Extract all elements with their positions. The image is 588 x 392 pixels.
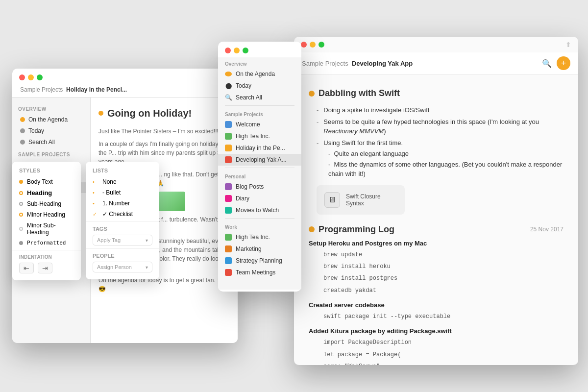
preformatted-dot [19, 241, 23, 245]
note-title-dot-1 [98, 111, 103, 116]
list-bullet-dot: • [93, 190, 98, 196]
section1-title: Dabbling with Swift [309, 88, 564, 98]
indentation-section: Indentation ⇤ ⇥ [12, 250, 81, 275]
nav-today-icon: ⬤ [225, 82, 232, 89]
list-bullet[interactable]: • - Bullet [86, 187, 159, 198]
code-1-2: brew install heroku [309, 261, 564, 272]
window-yak-app: ⬆ Sample Projects Developing Yak App 🔍 +… [294, 37, 578, 365]
search-icon-1 [20, 140, 25, 145]
nav-blog-icon [225, 183, 232, 190]
sidebar-on-agenda-1[interactable]: On the Agenda [14, 114, 88, 125]
maximize-button-1[interactable] [37, 74, 43, 80]
list-none-dot: • [93, 179, 98, 185]
nav-diary[interactable]: Diary [218, 193, 301, 204]
nav-team-meetings[interactable]: Team Meetings [218, 267, 301, 278]
style-preformatted[interactable]: Preformatted [12, 238, 81, 248]
style-heading[interactable]: Heading [12, 187, 81, 198]
nav-holiday[interactable]: Holiday in the Pe... [218, 142, 301, 154]
search-button[interactable]: 🔍 [542, 59, 552, 68]
nav-movies[interactable]: Movies to Watch [218, 204, 301, 216]
nav-search-icon: 🔍 [225, 94, 232, 101]
nav-developing[interactable]: Developing Yak A... [218, 154, 301, 166]
style-body-text[interactable]: Body Text [12, 176, 81, 187]
nav-high-tea[interactable]: High Tea Inc. [218, 130, 301, 142]
code-1-3: brew install postgres [309, 272, 564, 284]
nav-high-tea-work-icon [225, 234, 232, 241]
nav-high-tea-work[interactable]: High Tea Inc. [218, 231, 301, 243]
nav-strategy[interactable]: Strategy Planning [218, 255, 301, 267]
today-icon-1 [20, 128, 25, 133]
assign-person-dropdown[interactable]: Assign Person ▾ [93, 262, 152, 272]
apply-tag-dropdown[interactable]: Apply Tag ▾ [93, 235, 152, 245]
style-sub-heading[interactable]: Sub-Heading [12, 198, 81, 209]
export-icon[interactable]: ⬆ [565, 41, 571, 49]
window-3-content: Dabbling with Swift - Doing a spike to i… [294, 74, 578, 365]
maximize-button-3[interactable] [318, 42, 324, 48]
minimize-button-2[interactable] [234, 48, 240, 53]
nav-diary-icon [225, 195, 232, 202]
close-button-3[interactable] [301, 42, 307, 48]
nav-welcome[interactable]: Welcome [218, 119, 301, 130]
nav-marketing-icon [225, 245, 232, 252]
nav-personal-label: Personal [218, 170, 301, 181]
note-title-1: Going on Holiday! [98, 105, 230, 121]
style-minor-sub-heading[interactable]: Minor Sub-Heading [12, 220, 81, 238]
indent-out-button[interactable]: ⇥ [38, 263, 52, 273]
dash-1: - [317, 105, 318, 115]
styles-popup: Styles Body Text Heading Sub-Heading Min… [12, 162, 81, 280]
nav-holiday-icon [225, 145, 232, 151]
sub-item-1: - Quite an elegant language [309, 148, 564, 159]
nav-projects-label: Sample Projects [218, 108, 301, 119]
dash-3: - [317, 138, 318, 148]
nav-today[interactable]: ⬤ Today [218, 80, 301, 92]
prog-log-dot [309, 226, 315, 232]
sidebar-search-1[interactable]: Search All [14, 137, 88, 147]
indent-in-button[interactable]: ⇤ [19, 263, 34, 273]
subsection-3-title: Added Kitura package by editing Package.… [309, 327, 564, 335]
prog-log-header: Programming Log 25 Nov 2017 [309, 224, 564, 235]
bullet-item-2: - Seems to be quite a few hyped technolo… [309, 116, 564, 137]
minimize-button-1[interactable] [28, 74, 34, 80]
close-button-2[interactable] [225, 48, 231, 53]
sub-item-2: - Miss the dynamics of some other langua… [309, 159, 564, 179]
close-button-1[interactable] [19, 74, 25, 80]
nav-agenda-icon [225, 72, 232, 76]
indent-out-icon: ⇥ [42, 264, 48, 272]
list-checklist[interactable]: ✓ ✓ Checklist [86, 209, 159, 220]
agenda-icon-1 [20, 117, 25, 122]
breadcrumb-3: Sample Projects Developing Yak App [302, 60, 413, 67]
sub-heading-dot [19, 202, 23, 206]
add-note-button[interactable]: + [557, 56, 570, 70]
people-label: People [93, 253, 152, 259]
style-minor-heading[interactable]: Minor Heading [12, 209, 81, 220]
traffic-lights-3 [301, 42, 324, 48]
list-number[interactable]: • 1. Number [86, 198, 159, 209]
list-none[interactable]: • None [86, 176, 159, 187]
header-actions: 🔍 + [542, 56, 570, 70]
people-section: People Assign Person ▾ [86, 248, 159, 274]
photo-3 [158, 192, 185, 211]
code-2-1: swift package init --type executable [309, 311, 564, 322]
projects-label-1: Sample Projects [12, 148, 90, 159]
minor-heading-dot [19, 213, 23, 217]
subsection-2-title: Created server codebase [309, 301, 564, 309]
code-3-3: name: "YakServe", [309, 361, 564, 365]
nav-blog-posts[interactable]: Blog Posts [218, 181, 301, 193]
prog-log-date: 25 Nov 2017 [530, 226, 564, 233]
nav-on-agenda[interactable]: On the Agenda [218, 68, 301, 80]
indent-in-icon: ⇤ [24, 264, 29, 272]
nav-overview: Overview On the Agenda ⬤ Today 🔍 Search … [218, 57, 301, 103]
prog-log-title: Programming Log [309, 224, 394, 235]
minimize-button-3[interactable] [310, 42, 316, 48]
divider-2 [225, 168, 294, 168]
styles-popup-title: Styles [12, 167, 81, 176]
traffic-lights-1 [12, 69, 238, 84]
sidebar-today-1[interactable]: Today [14, 125, 88, 136]
list-number-dot: • [93, 200, 98, 206]
title-bar-3: ⬆ [294, 37, 578, 52]
maximize-button-2[interactable] [243, 48, 248, 53]
dash-2: - [317, 117, 318, 127]
nav-search-all[interactable]: 🔍 Search All [218, 92, 301, 103]
nav-marketing[interactable]: Marketing [218, 243, 301, 255]
nav-high-tea-icon [225, 133, 232, 140]
